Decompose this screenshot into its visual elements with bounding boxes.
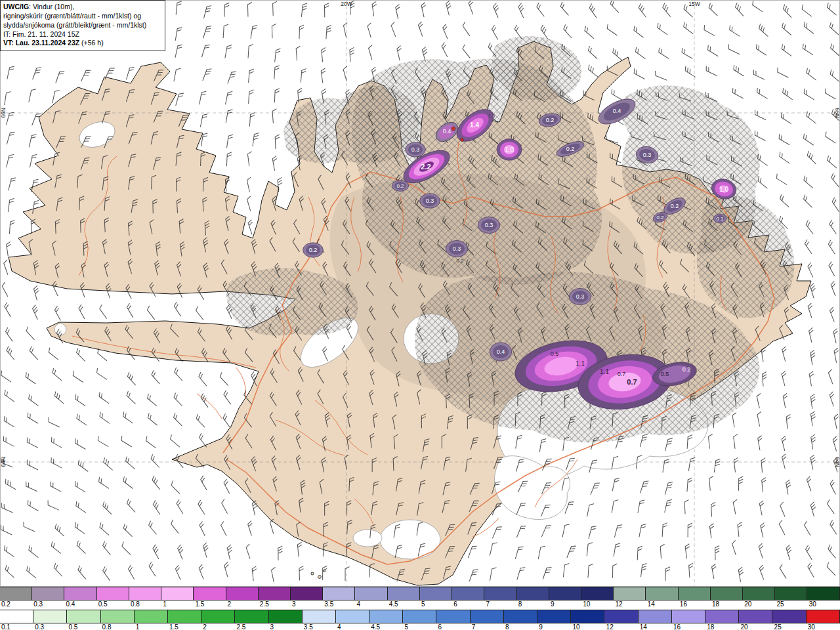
precip-value-label: 0.2 — [656, 215, 664, 220]
scale-tick-label: 4 — [337, 623, 341, 630]
precip-value-label: 0.2 — [456, 258, 464, 264]
precip-value-label: 0.2 — [396, 183, 404, 189]
precip-value-label: 0.2 — [566, 146, 575, 152]
scale-segment — [0, 587, 32, 600]
scale-tick-label: 5 — [421, 600, 425, 608]
scale-tick-label: 9 — [551, 600, 555, 608]
scale-segment — [537, 610, 571, 623]
scale-tick-label: 14 — [648, 600, 655, 608]
scale-tick-label: 1.5 — [169, 623, 178, 630]
scale-tick-label: 0.5 — [68, 623, 77, 630]
scale-tick-label: 0.1 — [1, 623, 10, 630]
rain-scale-bar — [0, 610, 840, 623]
scale-segment — [504, 610, 537, 623]
precip-value-label: 2.2 — [421, 163, 430, 171]
scale-segment — [168, 610, 201, 623]
precip-value-label: 1.1 — [600, 368, 609, 375]
scale-tick-label: 16 — [680, 600, 687, 608]
scale-segment — [33, 610, 67, 623]
precip-value-label: 0.5 — [551, 350, 559, 357]
scale-tick-label: 3 — [270, 623, 274, 630]
precip-value-label: 0.3 — [576, 293, 585, 300]
scale-segment — [775, 587, 807, 600]
scale-tick-label: 18 — [707, 623, 714, 630]
scale-tick-label: 0.2 — [1, 600, 10, 608]
scale-tick-label: 25 — [774, 623, 782, 630]
scale-segment — [672, 610, 705, 623]
scale-tick-label: 20 — [740, 623, 747, 630]
scale-segment — [581, 587, 614, 600]
precip-value-label: 1.0 — [505, 146, 514, 154]
precip-value-label: 1.1 — [576, 360, 585, 368]
precip-value-label: 0.3 — [643, 152, 652, 158]
scale-segment — [336, 610, 369, 623]
longitude-label: 15W — [688, 1, 700, 7]
scale-tick-label: 6 — [453, 600, 457, 608]
scale-segment — [739, 610, 772, 623]
scale-tick-label: 18 — [712, 600, 719, 608]
weather-map-page: 0.40.21.41.50.41.00.32.20.20.30.20.31.00… — [0, 0, 840, 630]
scale-segment — [436, 610, 470, 623]
scale-segment — [711, 587, 743, 600]
scale-tick-label: 7 — [486, 600, 490, 608]
glacier-eyjafjallajokull — [353, 530, 382, 547]
scale-segment — [67, 610, 100, 623]
scale-segment — [403, 610, 436, 623]
scale-tick-label: 30 — [808, 623, 815, 630]
precip-blob — [452, 127, 455, 131]
scale-tick-label: 4.5 — [389, 600, 398, 608]
scale-tick-label: 1 — [136, 623, 140, 630]
scale-tick-label: 0.8 — [102, 623, 112, 630]
precip-value-label: 0.1 — [716, 216, 724, 222]
scale-segment — [235, 610, 268, 623]
scale-tick-label: 12 — [615, 600, 622, 608]
scale-segment — [201, 610, 235, 623]
scale-segment — [471, 610, 504, 623]
scale-segment — [291, 587, 323, 600]
scale-segment — [0, 610, 33, 623]
scale-segment — [355, 587, 387, 600]
precip-value-label: 0.5 — [661, 371, 669, 377]
title-line-1-rest: : Vindur (10m), — [29, 3, 74, 10]
scale-segment — [571, 610, 604, 623]
scale-segment — [807, 610, 840, 623]
scale-segment — [101, 610, 135, 623]
scale-tick-label: 4 — [357, 600, 361, 608]
scale-segment — [639, 610, 672, 623]
latitude-label: 66N — [834, 108, 840, 118]
precip-value-label: 0.2 — [682, 366, 691, 373]
latitude-label: 66N — [0, 108, 7, 118]
scale-tick-label: 1.5 — [195, 600, 204, 608]
scale-segment — [549, 587, 581, 600]
precip-value-label: 0.2 — [546, 117, 555, 123]
valid-time: VT: Lau. 23.11.2024 23Z (+56 h) — [3, 39, 161, 48]
legend-title-box: UWC/IG: Vindur (10m), rigning/skúrir (gr… — [0, 0, 165, 51]
precip-value-label: 1.0 — [719, 186, 728, 193]
valid-time-offset: (+56 h) — [79, 39, 103, 47]
title-line-3: slydda/snjókoma (grátt/bleikt/grænt - mm… — [3, 21, 161, 30]
scale-segment — [517, 587, 549, 600]
scale-tick-label: 3.5 — [324, 600, 333, 608]
precip-value-label: 0.7 — [618, 371, 626, 377]
precip-value-label: 0.3 — [426, 198, 434, 204]
scale-segment — [772, 610, 806, 623]
precip-value-label: 0.4 — [497, 348, 505, 355]
scale-tick-label: 10 — [572, 623, 579, 630]
scale-tick-label: 4.5 — [371, 623, 380, 630]
precip-value-label: 0.2 — [309, 247, 318, 253]
scale-segment — [679, 587, 711, 600]
scale-tick-label: 0.3 — [33, 600, 43, 608]
glacier-myrdalsjokull — [380, 520, 440, 559]
snow-scale-labels: 0.20.30.40.50.811.522.533.544.5567891012… — [0, 600, 840, 609]
scale-segment — [369, 610, 403, 623]
scale-segment — [743, 587, 775, 600]
scale-segment — [705, 610, 739, 623]
scale-segment — [97, 587, 129, 600]
scale-segment — [807, 587, 839, 600]
scale-segment — [604, 610, 638, 623]
title-line-1: UWC/IG: Vindur (10m), — [3, 3, 161, 12]
scale-segment — [388, 587, 420, 600]
scale-tick-label: 6 — [438, 623, 442, 630]
precip-value-label: 0.7 — [627, 378, 637, 386]
scale-segment — [614, 587, 646, 600]
